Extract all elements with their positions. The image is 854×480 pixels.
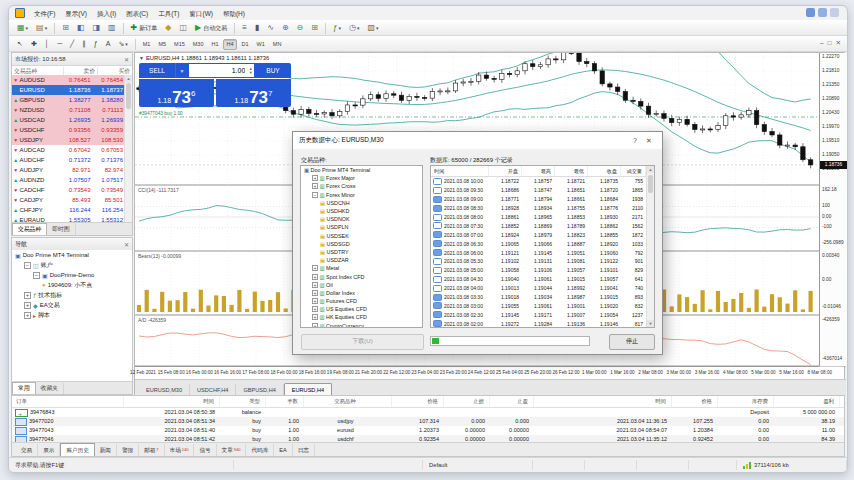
periods-icon[interactable]: ◷▾ (346, 21, 363, 35)
tile-windows-icon[interactable]: ⊞ (308, 21, 321, 35)
symbol-tree-item[interactable]: ▤USDHKD (301, 207, 422, 215)
terminal-col[interactable]: 止盈 (490, 396, 534, 407)
timeframe-w1[interactable]: W1 (253, 39, 268, 50)
tree-expander-icon[interactable]: + (312, 306, 318, 312)
terminal-tab-交易[interactable]: 交易 (16, 444, 38, 456)
bar-chart-icon[interactable]: ≡ (239, 21, 250, 35)
line-chart-icon[interactable]: ∿ (264, 21, 277, 35)
timeframe-mn[interactable]: MN (269, 39, 285, 50)
menu-item[interactable]: 插入(I) (92, 7, 121, 20)
terminal-tab-邮箱[interactable]: 邮箱7 (139, 444, 164, 456)
navigator-close-icon[interactable]: ✕ (124, 241, 129, 248)
symbol-tree-item[interactable]: ▤USDCNH (301, 199, 422, 207)
volume-dropdown-icon[interactable]: ▼ (175, 63, 188, 78)
terminal-col[interactable]: 时间 (124, 396, 220, 407)
symbol-tree-item[interactable]: +▥Spot Index CFD (301, 272, 422, 280)
fibonacci-tool-icon[interactable]: ƒ (91, 37, 101, 51)
history-table-scrollbar[interactable]: ▲▼ (646, 166, 654, 327)
terminal-col[interactable]: 价格 (672, 396, 718, 407)
dialog-help-icon[interactable]: ? (628, 137, 642, 144)
terminal-icon[interactable]: ▥ (105, 21, 119, 35)
history-col[interactable]: 开盘 (489, 166, 522, 176)
tree-expander-icon[interactable]: + (24, 312, 31, 319)
navigator-icon[interactable]: ◨ (89, 21, 103, 35)
chart-shift-icon[interactable]: ◫ (176, 21, 190, 35)
profiles-icon[interactable]: ▤▾ (33, 21, 50, 35)
market-row-usdchf[interactable]: ▼USDCHF0.933560.93359 (12, 125, 125, 135)
symbol-tree-item[interactable]: +▥Futures CFD (301, 297, 422, 305)
history-row[interactable]: 2021.03.08 10:001.187221.187571.187211.1… (431, 177, 654, 186)
menu-item[interactable]: 工具(T) (153, 7, 184, 20)
symbol-tree-item[interactable]: +▥Oil (301, 281, 422, 289)
terminal-col[interactable]: 库存费 (718, 396, 774, 407)
history-col[interactable]: 时间 (431, 166, 489, 176)
history-row[interactable]: 2021.03.08 05:301.191021.191311.190811.1… (431, 257, 654, 266)
history-row[interactable]: 2021.03.08 07:001.189241.189791.188231.1… (431, 230, 654, 239)
volume-input[interactable] (189, 66, 247, 75)
history-row[interactable]: 2021.03.08 09:001.187711.187941.186611.1… (431, 195, 654, 204)
tree-expander-icon[interactable]: + (24, 302, 31, 309)
market-row-audcad[interactable]: ▼AUDCAD0.670420.67053 (12, 145, 125, 155)
history-row[interactable]: 2021.03.08 06:001.191211.191451.190511.1… (431, 248, 654, 257)
navigator-tab[interactable]: 收藏夹 (36, 383, 64, 394)
history-row[interactable]: 2021.03.08 04:001.190131.190441.189921.1… (431, 284, 654, 293)
nav-item[interactable]: −▣DooPrime-Demo (12, 270, 132, 280)
market-row-audchf[interactable]: ▲AUDCHF0.713720.71376 (12, 155, 125, 165)
download-button[interactable]: 下载(U) (301, 334, 424, 350)
terminal-tab-日志[interactable]: 日志 (293, 444, 315, 456)
menu-item[interactable]: 文件(F) (29, 7, 60, 20)
menu-item[interactable]: 显示(V) (60, 7, 92, 20)
timeframe-m5[interactable]: M5 (155, 39, 170, 50)
arrows-tool-icon[interactable]: ⇘▾ (115, 37, 130, 51)
history-col[interactable]: 最低 (555, 166, 588, 176)
oct-collapse-icon[interactable]: ▼ (139, 55, 144, 61)
tree-expander-icon[interactable]: + (312, 282, 318, 288)
nav-item[interactable]: ▣Doo Prime MT4 Terminal (12, 250, 132, 260)
market-watch-tab[interactable]: 即时图 (47, 224, 75, 235)
market-row-nzdusd[interactable]: ▼NZDUSD0.711080.71113 (12, 105, 125, 115)
terminal-col[interactable]: 订单 (12, 396, 124, 407)
symbol-tree-item[interactable]: +▥Metal (301, 264, 422, 272)
order-row[interactable]: 394770432021.03.04 08:51:40buy1.00eurusd… (12, 426, 844, 435)
community-icon[interactable] (806, 8, 815, 17)
menu-item[interactable]: 窗口(W) (184, 7, 217, 20)
chart-minimize-icon[interactable]: – (820, 39, 824, 47)
menu-item[interactable]: 图表(C) (121, 7, 153, 20)
market-row-audjpy[interactable]: ▼AUDJPY82.97182.974 (12, 165, 125, 175)
terminal-col[interactable]: 时间 (534, 396, 672, 407)
notifications-icon[interactable] (830, 8, 839, 17)
tree-expander-icon[interactable]: + (312, 298, 318, 304)
tree-expander-icon[interactable]: + (312, 265, 318, 271)
terminal-tab-市场[interactable]: 市场140 (165, 444, 195, 456)
nav-item[interactable]: +ƒ技术指标 (12, 290, 132, 300)
history-col[interactable]: 最高 (522, 166, 555, 176)
market-row-usdcad[interactable]: ▲USDCAD1.269351.26939 (12, 115, 125, 125)
nav-item[interactable]: −◫账户 (12, 260, 132, 270)
terminal-tab-信号[interactable]: 信号 (194, 444, 216, 456)
symbol-tree-item[interactable]: +▥Dollar Index (301, 289, 422, 297)
market-row-cadchf[interactable]: ▼CADCHF0.735430.73549 (12, 185, 125, 195)
history-col[interactable]: 成交量 (621, 166, 646, 176)
terminal-tab-文章[interactable]: 文章940 (217, 444, 247, 456)
terminal-col[interactable]: 止损 (444, 396, 490, 407)
history-row[interactable]: 2021.03.08 06:301.190651.190661.188871.1… (431, 239, 654, 248)
text-tool-icon[interactable]: A (103, 37, 114, 51)
market-row-chfjpy[interactable]: ▲CHFJPY116.244116.254 (12, 205, 125, 215)
history-row[interactable]: 2021.03.08 03:001.190551.190611.190011.1… (431, 301, 654, 310)
symbol-tree-item[interactable]: +▥US Equities CFD (301, 305, 422, 313)
trendline-tool-icon[interactable]: ╱ (67, 37, 77, 51)
terminal-col[interactable]: 交易品种 (304, 396, 392, 407)
terminal-tab-警报[interactable]: 警报 (117, 444, 139, 456)
autotrading-button[interactable]: ▶自动交易 (192, 21, 230, 35)
symbol-tree-item[interactable]: +▥Forex Major (301, 174, 422, 182)
indicators-icon[interactable]: ƒ▾ (330, 21, 344, 35)
terminal-tab-EA[interactable]: EA (274, 444, 292, 456)
tree-expander-icon[interactable]: − (33, 272, 40, 279)
history-row[interactable]: 2021.03.08 08:001.188611.189651.188531.1… (431, 213, 654, 222)
symbol-tree-item[interactable]: +▥CryptoCurrency (301, 322, 422, 328)
symbol-tree-item[interactable]: ▤USDSGD (301, 240, 422, 248)
order-row[interactable]: 394770202021.03.04 08:51:34buy1.00usdjpy… (12, 417, 844, 426)
scroll-down-icon[interactable]: ▼ (647, 320, 654, 327)
terminal-col[interactable]: 手数 (266, 396, 304, 407)
timeframe-d1[interactable]: D1 (238, 39, 252, 50)
